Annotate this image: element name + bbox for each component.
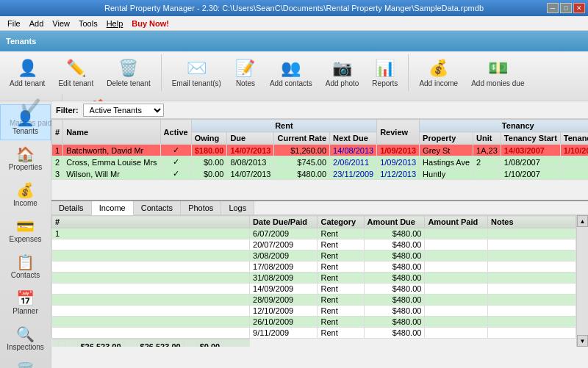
planner-sidebar-label: Planner xyxy=(12,307,37,315)
income-row-category: Rent xyxy=(318,328,364,339)
section-header: Tenants xyxy=(0,31,588,51)
col-current-rate: Current Rate xyxy=(274,132,330,145)
income-row-num: 1 xyxy=(52,228,250,239)
delete-tenant-button[interactable]: 🗑️ Delete tenant xyxy=(101,56,156,90)
toolbar-sep-2 xyxy=(408,54,409,91)
mark-paid-button[interactable]: ✔️ Mark as paid xyxy=(4,95,57,130)
planner-sidebar-icon: 📅 xyxy=(16,289,35,307)
tenant-row[interactable]: 1 Batchworth, David Mr ✓ $180.00 14/07/2… xyxy=(52,145,589,156)
main-layout: 👤 Tenants 🏠 Properties 💰 Income 💳 Expens… xyxy=(0,101,588,368)
add-tenant-label: Add tenant xyxy=(10,79,45,87)
add-contacts-label: Add contacts xyxy=(270,79,312,87)
add-income-button[interactable]: 💰 Add income xyxy=(414,56,463,90)
inspections-sidebar-label: Inspections xyxy=(7,343,44,351)
sidebar-item-expenses[interactable]: 💳 Expenses xyxy=(0,212,51,248)
menu-help[interactable]: Help xyxy=(102,18,128,29)
scrollbar[interactable]: ▲ ▼ xyxy=(576,215,588,347)
row-tenancy-end: 1/10/2007 xyxy=(560,145,588,156)
email-tenant-button[interactable]: ✉️ Email tenant(s) xyxy=(167,56,226,90)
row-owing: $0.00 xyxy=(191,168,227,180)
window-title: Rental Property Manager - 2.30: C:\Users… xyxy=(104,4,484,12)
col-due: Due xyxy=(227,132,274,145)
close-button[interactable]: ✕ xyxy=(573,3,585,13)
menu-tools[interactable]: Tools xyxy=(74,18,102,29)
add-contacts-button[interactable]: 👥 Add contacts xyxy=(265,56,318,90)
row-tenancy-end xyxy=(560,156,588,168)
tab-details[interactable]: Details xyxy=(51,201,92,214)
scroll-up-button[interactable]: ▲ xyxy=(577,215,588,227)
expenses-sidebar-icon: 💳 xyxy=(16,217,35,235)
add-monies-button[interactable]: 💵 Add monies due xyxy=(466,56,529,90)
income-row-num xyxy=(52,284,250,295)
sidebar: 👤 Tenants 🏠 Properties 💰 Income 💳 Expens… xyxy=(0,101,51,368)
income-row-num xyxy=(52,328,250,339)
tab-contacts[interactable]: Contacts xyxy=(134,201,181,214)
income-row[interactable]: 17/08/2009 Rent $480.00 xyxy=(52,261,576,273)
sidebar-item-properties[interactable]: 🏠 Properties xyxy=(0,140,51,176)
income-row[interactable]: 28/09/2009 Rent $480.00 xyxy=(52,295,576,306)
income-row[interactable]: 31/08/2009 Rent $480.00 xyxy=(52,273,576,284)
income-row-num xyxy=(52,317,250,328)
tenants-table-container[interactable]: # Name Active Rent Review Tenancy Owing … xyxy=(51,119,588,200)
income-row[interactable]: 12/10/2009 Rent $480.00 xyxy=(52,306,576,317)
mark-paid-icon: ✔️ xyxy=(21,98,40,118)
income-row-amount-due: $480.00 xyxy=(364,284,425,295)
tab-logs[interactable]: Logs xyxy=(221,201,254,214)
tab-income[interactable]: Income xyxy=(92,201,134,215)
col-name: Name xyxy=(63,120,160,145)
notes-button[interactable]: 📝 Notes xyxy=(229,56,262,90)
sidebar-item-recycle[interactable]: 🗑️ Recycle Bin xyxy=(0,356,51,368)
menu-view[interactable]: View xyxy=(48,18,74,29)
sidebar-item-contacts[interactable]: 📋 Contacts xyxy=(0,248,51,284)
income-row-notes xyxy=(488,295,576,306)
row-name: Wilson, Will Mr xyxy=(63,168,160,180)
col-property: Property xyxy=(420,132,473,145)
filter-bar: Filter: Active Tenants All Tenants Inact… xyxy=(51,101,588,119)
reports-button[interactable]: 📊 Reports xyxy=(367,56,403,90)
row-next-due: 2/06/2011 xyxy=(330,156,377,168)
row-num: 1 xyxy=(52,145,63,156)
income-row-amount-paid xyxy=(425,306,488,317)
edit-tenant-button[interactable]: ✏️ Edit tenant xyxy=(53,56,98,90)
income-row[interactable]: 20/07/2009 Rent $480.00 xyxy=(52,239,576,250)
scroll-down-button[interactable]: ▼ xyxy=(577,335,588,347)
income-row-amount-paid xyxy=(425,239,488,250)
row-unit: 1A,23 xyxy=(473,145,501,156)
income-col-date: Date Due/Paid xyxy=(250,216,318,228)
delete-tenant-label: Delete tenant xyxy=(107,79,151,87)
income-row[interactable]: 9/11/2009 Rent $480.00 xyxy=(52,328,576,339)
filter-select[interactable]: Active Tenants All Tenants Inactive Tena… xyxy=(83,104,164,117)
income-row[interactable]: 14/09/2009 Rent $480.00 xyxy=(52,284,576,295)
income-row[interactable]: 1 6/07/2009 Rent $480.00 xyxy=(52,228,576,239)
income-sidebar-icon: 💰 xyxy=(16,181,35,199)
col-num: # xyxy=(52,120,63,145)
tenant-row[interactable]: 3 Wilson, Will Mr ✓ $0.00 14/07/2013 $48… xyxy=(52,168,589,180)
income-row[interactable]: 3/08/2009 Rent $480.00 xyxy=(52,250,576,261)
sidebar-item-inspections[interactable]: 🔍 Inspections xyxy=(0,320,51,356)
tab-photos[interactable]: Photos xyxy=(181,201,221,214)
income-row[interactable]: 26/10/2009 Rent $480.00 xyxy=(52,317,576,328)
menu-bar: File Add View Tools Help Buy Now! xyxy=(0,16,588,31)
contacts-sidebar-icon: 📋 xyxy=(16,253,35,271)
income-row-amount-paid xyxy=(425,284,488,295)
menu-file[interactable]: File xyxy=(3,18,25,29)
notes-icon: 📝 xyxy=(235,59,255,78)
maximize-button[interactable]: □ xyxy=(560,3,572,13)
tenant-row[interactable]: 2 Cross, Emma Louise Mrs ✓ $0.00 8/08/20… xyxy=(52,156,589,168)
income-row-notes xyxy=(488,273,576,284)
row-next-due: 14/08/2013 xyxy=(330,145,377,156)
filter-label: Filter: xyxy=(56,106,79,115)
col-review: Review xyxy=(377,120,420,145)
sidebar-item-planner[interactable]: 📅 Planner xyxy=(0,284,51,320)
row-active: ✓ xyxy=(160,168,191,180)
sidebar-item-income[interactable]: 💰 Income xyxy=(0,176,51,212)
row-num: 3 xyxy=(52,168,63,180)
minimize-button[interactable]: ─ xyxy=(547,3,559,13)
income-table-container[interactable]: # Date Due/Paid Category Amount Due Amou… xyxy=(51,215,576,347)
menu-buynow[interactable]: Buy Now! xyxy=(127,18,173,29)
row-property: Huntly xyxy=(420,168,473,180)
add-photo-button[interactable]: 📷 Add photo xyxy=(320,56,365,90)
income-row-notes xyxy=(488,317,576,328)
add-tenant-button[interactable]: 👤 Add tenant xyxy=(4,56,50,90)
menu-add[interactable]: Add xyxy=(25,18,49,29)
